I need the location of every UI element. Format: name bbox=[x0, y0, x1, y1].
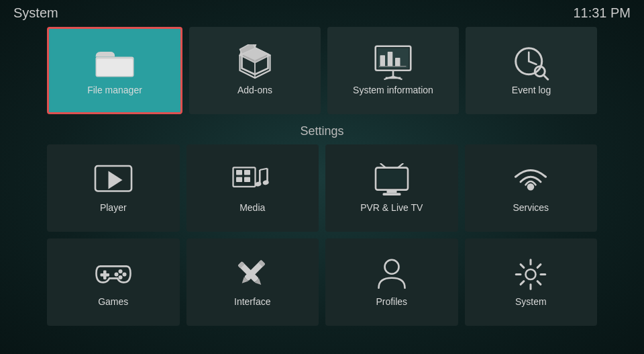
svg-point-49 bbox=[114, 272, 118, 276]
tile-media-label: Media bbox=[239, 202, 265, 213]
tile-pvr-live-tv[interactable]: PVR & Live TV bbox=[325, 144, 458, 232]
settings-row-1: Player Media bbox=[47, 144, 597, 232]
tile-event-log-label: Event log bbox=[512, 85, 551, 95]
svg-point-43 bbox=[527, 183, 535, 191]
gamepad-icon bbox=[93, 257, 133, 291]
tile-interface[interactable]: Interface bbox=[186, 238, 319, 326]
tile-games-label: Games bbox=[98, 296, 128, 307]
svg-point-36 bbox=[262, 179, 269, 185]
play-icon bbox=[93, 163, 133, 197]
svg-rect-40 bbox=[382, 193, 400, 195]
tile-player-label: Player bbox=[100, 202, 127, 213]
svg-point-56 bbox=[384, 259, 398, 273]
tile-event-log[interactable]: Event log bbox=[466, 27, 597, 114]
tile-services[interactable]: Services bbox=[465, 144, 598, 232]
broadcast-icon bbox=[511, 163, 551, 197]
tile-add-ons[interactable]: Add-ons bbox=[189, 27, 321, 114]
svg-line-24 bbox=[543, 75, 548, 79]
tile-media[interactable]: Media bbox=[186, 144, 319, 232]
tile-add-ons-label: Add-ons bbox=[237, 85, 272, 95]
tile-system-information-label: System information bbox=[353, 85, 433, 95]
clock: 11:31 PM bbox=[573, 5, 631, 21]
svg-rect-38 bbox=[378, 170, 406, 188]
svg-line-65 bbox=[521, 281, 524, 284]
pencil-icon bbox=[232, 257, 272, 291]
svg-rect-45 bbox=[100, 273, 109, 277]
tile-pvr-live-tv-label: PVR & Live TV bbox=[360, 202, 423, 213]
svg-line-22 bbox=[529, 61, 536, 64]
tile-system[interactable]: System bbox=[465, 238, 598, 326]
svg-point-46 bbox=[118, 269, 122, 273]
tile-player[interactable]: Player bbox=[47, 144, 180, 232]
svg-rect-12 bbox=[380, 55, 386, 67]
header: System 11:31 PM bbox=[0, 0, 644, 26]
top-row: File manager Add-ons bbox=[47, 27, 597, 114]
box-icon bbox=[235, 46, 275, 79]
svg-rect-31 bbox=[244, 177, 250, 183]
tile-system-label: System bbox=[515, 296, 547, 307]
svg-rect-13 bbox=[388, 52, 393, 67]
media-icon bbox=[232, 163, 272, 197]
svg-point-48 bbox=[118, 275, 122, 279]
settings-gear-icon bbox=[511, 257, 551, 291]
svg-line-64 bbox=[537, 264, 541, 267]
tile-profiles-label: Profiles bbox=[376, 296, 407, 307]
svg-marker-26 bbox=[108, 171, 122, 189]
tile-games[interactable]: Games bbox=[47, 238, 180, 326]
folder-icon bbox=[95, 46, 135, 79]
page-title: System bbox=[13, 5, 58, 21]
svg-rect-14 bbox=[395, 58, 400, 67]
clock-search-icon bbox=[511, 46, 551, 79]
svg-point-57 bbox=[526, 269, 536, 279]
tile-services-label: Services bbox=[513, 202, 549, 213]
tile-profiles[interactable]: Profiles bbox=[325, 238, 458, 326]
tile-file-manager-label: File manager bbox=[87, 85, 142, 95]
presentation-icon bbox=[373, 46, 413, 79]
svg-line-63 bbox=[537, 281, 541, 284]
svg-rect-39 bbox=[386, 190, 396, 193]
settings-section-label: Settings bbox=[0, 124, 644, 138]
svg-line-34 bbox=[260, 169, 268, 170]
tile-interface-label: Interface bbox=[234, 296, 270, 307]
svg-point-47 bbox=[122, 272, 126, 276]
person-icon bbox=[372, 257, 412, 291]
settings-row-2: Games Interface bbox=[47, 238, 597, 326]
svg-rect-30 bbox=[236, 177, 242, 183]
tv-icon bbox=[372, 163, 412, 197]
tile-system-information[interactable]: System information bbox=[327, 27, 459, 114]
svg-rect-1 bbox=[97, 58, 133, 76]
tile-file-manager[interactable]: File manager bbox=[47, 27, 182, 114]
svg-line-62 bbox=[521, 264, 524, 267]
svg-rect-29 bbox=[244, 170, 250, 175]
svg-rect-28 bbox=[236, 170, 242, 175]
